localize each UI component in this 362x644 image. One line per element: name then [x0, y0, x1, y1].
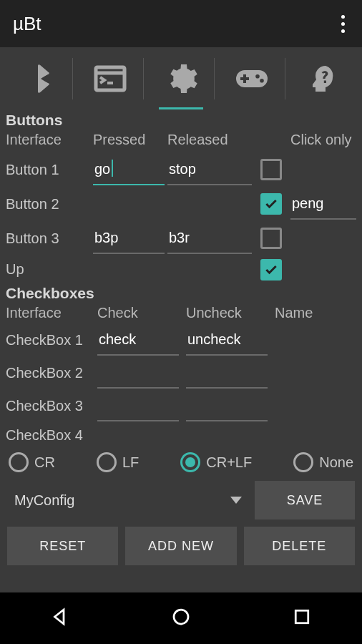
radio-none[interactable]: None — [293, 452, 353, 472]
radio-lf[interactable]: LF — [97, 452, 139, 472]
checkbox3-uncheck-input[interactable] — [186, 390, 268, 421]
svg-rect-2 — [295, 610, 308, 623]
config-spinner[interactable]: MyConfig — [7, 483, 249, 517]
chk-col-check: Check — [97, 302, 186, 324]
reset-button[interactable]: RESET — [7, 527, 118, 565]
tab-gamepad[interactable] — [227, 48, 277, 109]
button1-pressed-input[interactable] — [93, 154, 165, 185]
checkbox1-uncheck-input[interactable] — [186, 324, 268, 356]
button3-released-input[interactable] — [167, 223, 252, 254]
col-interface: Interface — [6, 129, 90, 151]
checkbox3-check-input[interactable] — [97, 390, 179, 421]
check-icon — [264, 197, 278, 211]
chk-col-interface: Interface — [6, 302, 97, 324]
gear-icon — [164, 62, 198, 96]
config-spinner-value: MyConfig — [14, 492, 74, 509]
button1-label: Button 1 — [6, 157, 90, 182]
chevron-down-icon — [230, 497, 242, 504]
svg-point-1 — [174, 610, 188, 624]
up-label: Up — [6, 257, 90, 282]
bluetooth-icon — [22, 62, 57, 96]
radio-cr[interactable]: CR — [9, 452, 55, 472]
checkboxes-section-title: Checkboxes — [6, 285, 356, 302]
save-button[interactable]: SAVE — [255, 481, 355, 519]
button3-clickonly-checkbox[interactable] — [260, 228, 282, 249]
title-bar: µBt — [0, 0, 362, 47]
settings-content: Buttons Interface Pressed Released Click… — [0, 110, 362, 592]
checkbox2-uncheck-input[interactable] — [186, 357, 268, 389]
radio-lf-label: LF — [122, 454, 139, 471]
line-ending-radios: CR LF CR+LF None — [6, 448, 356, 481]
nav-recent-button[interactable] — [291, 606, 313, 630]
up-clickonly-checkbox[interactable] — [260, 259, 282, 280]
button2-label: Button 2 — [6, 192, 90, 217]
radio-crlf[interactable]: CR+LF — [180, 452, 252, 472]
help-head-icon — [305, 62, 340, 96]
tab-help[interactable] — [298, 48, 348, 109]
buttons-section-title: Buttons — [6, 112, 356, 129]
button1-released-input[interactable] — [167, 154, 252, 185]
nav-back-button[interactable] — [49, 606, 71, 630]
gamepad-icon — [235, 62, 269, 96]
home-icon — [170, 606, 192, 628]
radio-none-label: None — [319, 454, 353, 471]
checkbox1-check-input[interactable] — [97, 324, 179, 356]
tab-settings[interactable] — [156, 48, 206, 109]
android-nav-bar — [0, 592, 362, 644]
col-pressed: Pressed — [93, 129, 165, 151]
terminal-icon — [93, 62, 127, 96]
button3-label: Button 3 — [6, 226, 90, 251]
overflow-menu-button[interactable] — [337, 11, 349, 37]
tab-bar — [0, 47, 362, 110]
delete-button[interactable]: DELETE — [244, 527, 355, 565]
checkbox4-label: CheckBox 4 — [6, 423, 97, 448]
chk-col-uncheck: Uncheck — [186, 302, 275, 324]
checkbox1-label: CheckBox 1 — [6, 328, 97, 353]
recent-icon — [291, 606, 313, 628]
button1-clickonly-checkbox[interactable] — [260, 159, 282, 180]
add-new-button[interactable]: ADD NEW — [125, 527, 236, 565]
tab-terminal[interactable] — [85, 48, 135, 109]
button2-name-input[interactable] — [290, 188, 356, 220]
checkbox2-check-input[interactable] — [97, 357, 179, 389]
nav-home-button[interactable] — [170, 606, 192, 630]
radio-cr-label: CR — [34, 454, 55, 471]
button2-clickonly-checkbox[interactable] — [260, 193, 282, 215]
checkbox2-label: CheckBox 2 — [6, 361, 97, 386]
check-icon — [264, 263, 278, 277]
col-released: Released — [167, 129, 252, 151]
radio-crlf-label: CR+LF — [206, 454, 252, 471]
back-icon — [49, 606, 71, 628]
chk-col-name: Name — [275, 302, 356, 324]
button3-pressed-input[interactable] — [93, 223, 165, 254]
app-title: µBt — [13, 13, 41, 35]
checkbox3-label: CheckBox 3 — [6, 394, 97, 419]
col-click-only: Click only — [290, 129, 356, 151]
tab-bluetooth[interactable] — [14, 48, 64, 109]
